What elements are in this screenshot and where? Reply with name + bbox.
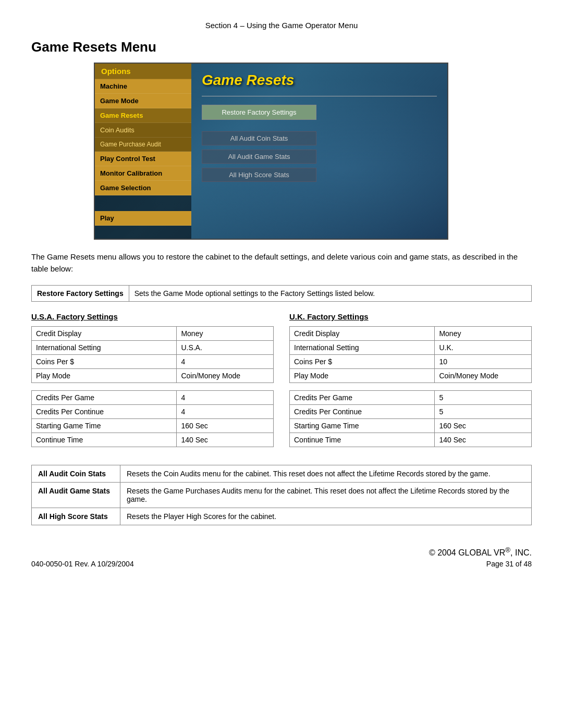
uk-label-3: Play Mode	[290, 369, 435, 383]
uk-b-value-0: 5	[435, 391, 532, 405]
usa-b-label-1: Credits Per Continue	[32, 405, 177, 419]
usa-heading: U.S.A. Factory Settings	[31, 312, 274, 321]
table-row: Credits Per Continue 4	[32, 405, 274, 419]
section-label: Section 4 – Using the Game Operator Menu	[205, 21, 358, 30]
usa-value-2: 4	[177, 355, 274, 369]
sidebar-item-monitor-calibration[interactable]: Monitor Calibration	[95, 166, 191, 181]
uk-value-0: Money	[435, 327, 532, 341]
usa-settings: U.S.A. Factory Settings Credit Display M…	[31, 312, 274, 454]
uk-value-3: Coin/Money Mode	[435, 369, 532, 383]
usa-value-0: Money	[177, 327, 274, 341]
restore-factory-table: Restore Factory Settings Sets the Game M…	[31, 285, 532, 302]
uk-bottom-table: Credits Per Game 5 Credits Per Continue …	[289, 390, 532, 447]
uk-value-1: U.K.	[435, 341, 532, 355]
usa-value-1: U.S.A.	[177, 341, 274, 355]
sidebar-item-game-resets[interactable]: Game Resets	[95, 108, 191, 123]
usa-b-label-2: Starting Game Time	[32, 419, 177, 433]
page-number: Page 31 of 48	[429, 560, 532, 568]
table-row: Play Mode Coin/Money Mode	[32, 369, 274, 383]
table-row: Credits Per Game 5	[290, 391, 532, 405]
uk-b-value-3: 140 Sec	[435, 433, 532, 447]
stats-value-1: Resets the Game Purchases Audits menu fo…	[120, 483, 532, 508]
uk-top-table: Credit Display Money International Setti…	[289, 326, 532, 383]
table-row: Continue Time 140 Sec	[290, 433, 532, 447]
footer-right: © 2004 GLOBAL VR®, INC. Page 31 of 48	[429, 546, 532, 568]
usa-value-3: Coin/Money Mode	[177, 369, 274, 383]
sidebar-item-game-selection[interactable]: Game Selection	[95, 181, 191, 195]
footer-left: 040-0050-01 Rev. A 10/29/2004	[31, 560, 134, 568]
uk-label-1: International Setting	[290, 341, 435, 355]
stats-label-1: All Audit Game Stats	[32, 483, 120, 508]
sidebar-item-coin-audits[interactable]: Coin Audits	[95, 123, 191, 138]
stats-label-0: All Audit Coin Stats	[32, 465, 120, 483]
usa-b-value-2: 160 Sec	[177, 419, 274, 433]
table-row: Starting Game Time 160 Sec	[32, 419, 274, 433]
table-row: Play Mode Coin/Money Mode	[290, 369, 532, 383]
game-main-content: Game Resets Restore Factory Settings All…	[191, 64, 447, 239]
stats-table: All Audit Coin Stats Resets the Coin Aud…	[31, 465, 532, 525]
all-audit-coin-stats-button[interactable]: All Audit Coin Stats	[202, 131, 316, 145]
table-row: All High Score Stats Resets the Player H…	[32, 508, 532, 525]
table-row: Starting Game Time 160 Sec	[290, 419, 532, 433]
stats-label-2: All High Score Stats	[32, 508, 120, 525]
uk-value-2: 10	[435, 355, 532, 369]
usa-b-value-1: 4	[177, 405, 274, 419]
usa-label-2: Coins Per $	[32, 355, 177, 369]
uk-b-label-3: Continue Time	[290, 433, 435, 447]
table-row: International Setting U.K.	[290, 341, 532, 355]
usa-b-value-0: 4	[177, 391, 274, 405]
usa-label-3: Play Mode	[32, 369, 177, 383]
description-text: The Game Resets menu allows you to resto…	[31, 251, 532, 275]
sidebar-item-game-purchase-audit[interactable]: Game Purchase Audit	[95, 138, 191, 152]
section-header: Section 4 – Using the Game Operator Menu	[31, 21, 532, 30]
sidebar-options-header: Options	[95, 64, 191, 79]
usa-b-label-3: Continue Time	[32, 433, 177, 447]
table-row: Continue Time 140 Sec	[32, 433, 274, 447]
table-row: All Audit Coin Stats Resets the Coin Aud…	[32, 465, 532, 483]
usa-bottom-table: Credits Per Game 4 Credits Per Continue …	[31, 390, 274, 447]
uk-b-label-0: Credits Per Game	[290, 391, 435, 405]
table-row: Credit Display Money	[290, 327, 532, 341]
table-row: Credits Per Game 4	[32, 391, 274, 405]
uk-label-2: Coins Per $	[290, 355, 435, 369]
all-audit-game-stats-button[interactable]: All Audit Game Stats	[202, 150, 316, 164]
usa-label-0: Credit Display	[32, 327, 177, 341]
stats-value-2: Resets the Player High Scores for the ca…	[120, 508, 532, 525]
game-resets-title: Game Resets	[202, 72, 437, 89]
usa-label-1: International Setting	[32, 341, 177, 355]
game-sidebar: Options Machine Game Mode Game Resets Co…	[95, 64, 191, 239]
restore-factory-settings-button[interactable]: Restore Factory Settings	[202, 105, 316, 120]
stats-value-0: Resets the Coin Audits menu for the cabi…	[120, 465, 532, 483]
page-title: Game Resets Menu	[31, 39, 532, 55]
uk-heading: U.K. Factory Settings	[289, 312, 532, 321]
sidebar-item-play-control-test[interactable]: Play Control Test	[95, 152, 191, 166]
usa-top-table: Credit Display Money International Setti…	[31, 326, 274, 383]
table-row: Coins Per $ 10	[290, 355, 532, 369]
table-row: Credit Display Money	[32, 327, 274, 341]
usa-b-label-0: Credits Per Game	[32, 391, 177, 405]
usa-b-value-3: 140 Sec	[177, 433, 274, 447]
footer: 040-0050-01 Rev. A 10/29/2004 © 2004 GLO…	[31, 546, 532, 568]
table-row: All Audit Game Stats Resets the Game Pur…	[32, 483, 532, 508]
uk-label-0: Credit Display	[290, 327, 435, 341]
table-row: International Setting U.S.A.	[32, 341, 274, 355]
restore-label: Restore Factory Settings	[32, 286, 129, 302]
uk-b-value-1: 5	[435, 405, 532, 419]
uk-settings: U.K. Factory Settings Credit Display Mon…	[289, 312, 532, 454]
restore-value: Sets the Game Mode optional settings to …	[129, 286, 531, 302]
uk-b-value-2: 160 Sec	[435, 419, 532, 433]
uk-b-label-2: Starting Game Time	[290, 419, 435, 433]
company-name: © 2004 GLOBAL VR®, INC.	[429, 546, 532, 558]
sidebar-item-machine[interactable]: Machine	[95, 79, 191, 94]
game-ui-screenshot: Options Machine Game Mode Game Resets Co…	[94, 63, 448, 240]
all-high-score-stats-button[interactable]: All High Score Stats	[202, 168, 316, 182]
sidebar-item-game-mode[interactable]: Game Mode	[95, 94, 191, 108]
sidebar-item-play[interactable]: Play	[95, 211, 191, 226]
table-row: Coins Per $ 4	[32, 355, 274, 369]
factory-settings-wrapper: U.S.A. Factory Settings Credit Display M…	[31, 312, 532, 454]
table-row: Credits Per Continue 5	[290, 405, 532, 419]
uk-b-label-1: Credits Per Continue	[290, 405, 435, 419]
